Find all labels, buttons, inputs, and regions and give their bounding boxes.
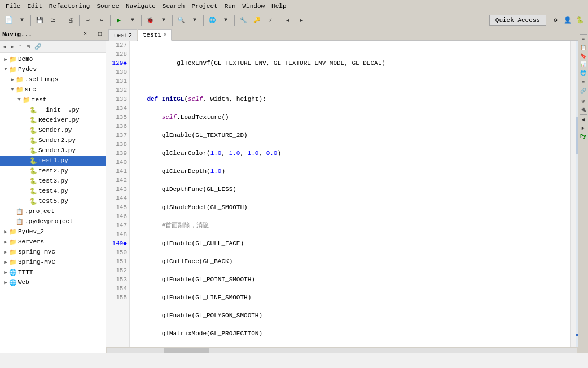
toolbar-run-dropdown[interactable]: ▼	[126, 14, 139, 26]
menu-help[interactable]: Help	[268, 2, 289, 11]
toolbar-btn11[interactable]: ⚡	[264, 14, 277, 26]
tree-item-project[interactable]: 📋 .project	[0, 206, 106, 216]
toolbar-globe[interactable]: 🌐	[206, 14, 218, 26]
right-panel-icon-5[interactable]: 🌐	[579, 69, 588, 77]
tree-item-pydev[interactable]: ▼ 📁 Pydev	[0, 64, 106, 74]
code-line-141[interactable]: glEnable(GL_POLYGON_SMOOTH)	[130, 311, 570, 320]
tree-item-tttt[interactable]: ▶ 🌐 TTTT	[0, 267, 106, 277]
quick-access-button[interactable]: Quick Access	[489, 15, 546, 26]
toolbar-globe-dropdown[interactable]: ▼	[220, 14, 232, 26]
toolbar-nav-fwd[interactable]: ▶	[295, 14, 308, 26]
right-panel-icon-4[interactable]: 📊	[579, 60, 588, 69]
nav-tool-up[interactable]: ↑	[17, 43, 24, 50]
navigator-maximize[interactable]: □	[96, 30, 103, 38]
menu-source[interactable]: Source	[93, 2, 122, 11]
tree-item-test-folder[interactable]: ▼ 📁 test	[0, 95, 106, 105]
right-panel-pydev-icon[interactable]: Py	[579, 132, 588, 140]
toolbar-run[interactable]: ▶	[113, 14, 125, 26]
tree-item-src[interactable]: ▼ 📁 src	[0, 85, 106, 95]
right-panel-icon-9[interactable]: 🔌	[579, 105, 588, 114]
code-line-131[interactable]: glEnable(GL_TEXTURE_2D)	[130, 131, 570, 140]
tree-item-test3[interactable]: 🐍 test3.py	[0, 176, 106, 186]
tree-item-spring-mvc[interactable]: ▶ 📁 spring_mvc	[0, 247, 106, 257]
navigator-minimize2[interactable]: –	[89, 30, 96, 38]
code-line-137[interactable]: glEnable(GL_CULL_FACE)	[130, 239, 570, 248]
qa-icon-3[interactable]: 🐍	[574, 15, 586, 26]
nav-tool-link[interactable]: 🔗	[33, 43, 43, 51]
code-line-128[interactable]	[130, 77, 570, 86]
toolbar-debug-dropdown[interactable]: ▼	[157, 14, 170, 26]
bottom-scrollbar[interactable]	[106, 347, 578, 353]
horizontal-scrollbar-track[interactable]	[107, 348, 577, 353]
tree-item-demo[interactable]: ▶ 📁 Demo	[0, 54, 106, 64]
tree-item-sender2[interactable]: 🐍 Sender2.py	[0, 135, 106, 145]
tree-item-test5[interactable]: 🐍 test5.py	[0, 196, 106, 206]
navigator-minimize[interactable]: ×	[82, 30, 89, 38]
toolbar-open[interactable]: ▼	[16, 14, 28, 26]
tree-item-sender[interactable]: 🐍 Sender.py	[0, 125, 106, 135]
right-panel-icon-3[interactable]: 🔖	[579, 52, 588, 60]
toolbar-new[interactable]: 📄	[2, 14, 15, 26]
tree-item-sender3[interactable]: 🐍 Sender3.py	[0, 145, 106, 156]
code-line-129[interactable]: def InitGL(self, width, height):	[130, 95, 570, 104]
right-panel-icon-1[interactable]: ≡	[579, 36, 588, 43]
toolbar-undo[interactable]: ↩	[82, 14, 94, 26]
menu-edit[interactable]: Edit	[24, 2, 45, 11]
code-line-130[interactable]: self.LoadTexture()	[130, 113, 570, 122]
menu-window[interactable]: Window	[239, 2, 269, 11]
tree-item-web[interactable]: ▶ 🌐 Web	[0, 277, 106, 287]
menu-refactoring[interactable]: Refactoring	[46, 2, 94, 11]
code-line-127[interactable]: glTexEnvf(GL_TEXTURE_ENV, GL_TEXTURE_ENV…	[130, 59, 570, 68]
tree-item-init[interactable]: 🐍 __init__.py	[0, 105, 106, 115]
menu-project[interactable]: Project	[188, 2, 221, 11]
tree-item-pydev2[interactable]: ▶ 📁 Pydev_2	[0, 227, 106, 237]
tree-item-settings[interactable]: ▶ 📁 .settings	[0, 74, 106, 85]
qa-icon-1[interactable]: ⚙	[550, 15, 561, 26]
menu-navigate[interactable]: Navigate	[122, 2, 159, 11]
toolbar-save[interactable]: 💾	[33, 14, 46, 26]
toolbar-btn10[interactable]: 🔑	[251, 14, 263, 26]
code-line-142[interactable]: glMatrixMode(GL_PROJECTION)	[130, 329, 570, 338]
right-panel-icon-8[interactable]: ⚙	[579, 97, 588, 105]
code-line-140[interactable]: glEnable(GL_LINE_SMOOTH)	[130, 293, 570, 302]
toolbar-debug[interactable]: 🐞	[144, 14, 156, 26]
tree-item-pydevproject[interactable]: 📋 .pydevproject	[0, 216, 106, 227]
code-line-132[interactable]: glClearColor(1.0, 1.0, 1.0, 0.0)	[130, 149, 570, 158]
nav-tool-back[interactable]: ◀	[1, 43, 8, 51]
right-panel-icon-11[interactable]: ▶	[579, 124, 588, 132]
menu-file[interactable]: File	[2, 2, 24, 11]
vertical-scrollbar[interactable]	[570, 41, 578, 347]
horizontal-scrollbar-thumb[interactable]	[164, 348, 209, 353]
tree-item-receiver[interactable]: 🐍 Receiver.py	[0, 115, 106, 125]
menu-run[interactable]: Run	[221, 2, 239, 11]
code-line-133[interactable]: glClearDepth(1.0)	[130, 167, 570, 176]
code-line-135[interactable]: glShadeModel(GL_SMOOTH)	[130, 203, 570, 212]
tab-test2[interactable]: test2	[108, 29, 137, 41]
tree-item-spring-mvc2[interactable]: ▶ 📁 Spring-MVC	[0, 257, 106, 267]
right-panel-icon-10[interactable]: ◀	[579, 116, 588, 124]
toolbar-redo[interactable]: ↪	[95, 14, 108, 26]
right-panel-icon-7[interactable]: 🔗	[579, 87, 588, 95]
menu-search[interactable]: Search	[159, 2, 188, 11]
toolbar-saveall[interactable]: 🗂	[47, 14, 59, 26]
toolbar-btn9[interactable]: 🔧	[237, 14, 249, 26]
code-line-134[interactable]: glDepthFunc(GL_LESS)	[130, 185, 570, 194]
toolbar-search[interactable]: 🔍	[175, 14, 187, 26]
toolbar-nav-back[interactable]: ◀	[282, 14, 294, 26]
tree-item-servers[interactable]: ▶ 📁 Servers	[0, 237, 106, 247]
tab-test1[interactable]: test1 ×	[138, 29, 172, 41]
code-line-139[interactable]: glEnable(GL_POINT_SMOOTH)	[130, 275, 570, 284]
toolbar-search-dropdown[interactable]: ▼	[188, 14, 201, 26]
code-line-138[interactable]: glCullFace(GL_BACK)	[130, 257, 570, 266]
tree-item-test4[interactable]: 🐍 test4.py	[0, 186, 106, 196]
right-panel-icon-6[interactable]: ≡	[579, 79, 588, 87]
tab-test1-close[interactable]: ×	[164, 32, 166, 38]
nav-tool-collapse[interactable]: ⊟	[25, 43, 32, 51]
nav-tool-fwd[interactable]: ▶	[9, 43, 16, 51]
code-line-136[interactable]: #首面剔除，消隐	[130, 221, 570, 230]
tree-item-test1[interactable]: 🐍 test1.py	[0, 156, 106, 166]
code-content[interactable]: glTexEnvf(GL_TEXTURE_ENV, GL_TEXTURE_ENV…	[130, 41, 570, 347]
qa-icon-2[interactable]: 👤	[562, 15, 573, 26]
tree-item-test2[interactable]: 🐍 test2.py	[0, 166, 106, 176]
right-panel-icon-2[interactable]: 📋	[579, 43, 588, 52]
